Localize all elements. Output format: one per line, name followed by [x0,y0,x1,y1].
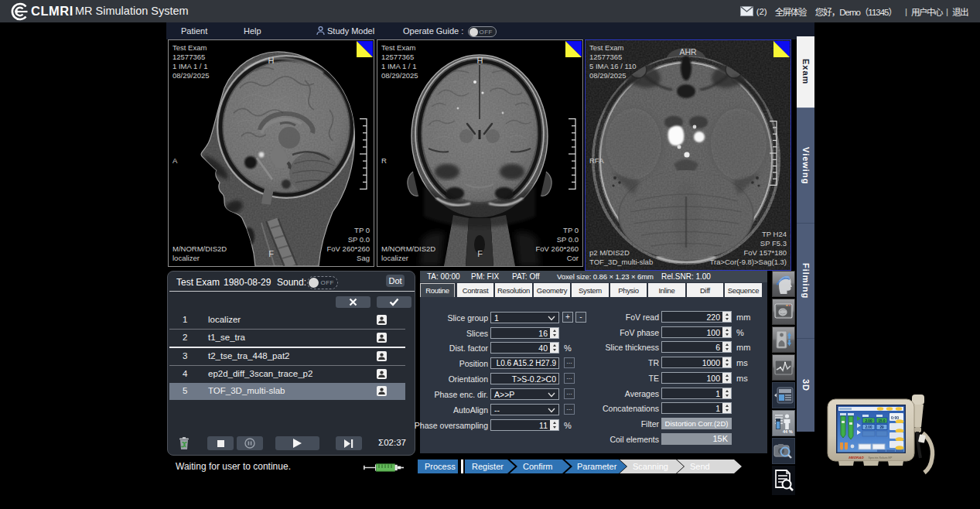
menu-study-model[interactable]: Study Model [327,26,374,36]
viewport-axial[interactable]: Test Exam 12577365 5 IMA 16 / 110 08/29/… [585,39,791,271]
image-search-button[interactable] [772,438,795,464]
spinner[interactable] [722,388,731,398]
sound-toggle[interactable]: OFF [307,276,338,289]
mail-icon[interactable] [740,6,753,16]
mail-count[interactable]: (2) [756,7,767,16]
logout-link[interactable]: 退出 [952,5,968,18]
position-more-button[interactable]: ... [564,357,575,368]
workflow-process[interactable]: Process [418,459,458,473]
spinner[interactable] [722,327,731,337]
operate-guide-toggle[interactable]: OFF [468,26,497,37]
confirm-button[interactable] [377,296,411,308]
viewport-sagittal[interactable]: Test Exam 12577365 1 IMA 1 / 1 08/29/202… [168,39,374,267]
sar-person-button[interactable]: 44 % [772,410,795,436]
menu-patient[interactable]: Patient [181,26,207,36]
phase-enc-more-button[interactable]: ... [564,388,575,399]
tab-geometry[interactable]: Geometry [534,283,570,297]
tab-viewing[interactable]: Viewing [797,108,814,223]
overlay-series-name: localizer [172,254,227,263]
orientation-left: A [172,156,177,166]
phase-oversampling-input[interactable]: 11 [490,419,559,431]
sequence-name: TOF_3D_multi-slab [208,386,285,395]
patient-card-icon [377,332,387,346]
document-search-button[interactable] [772,466,795,495]
workflow-parameter[interactable]: Parameter [565,459,627,473]
menu-help[interactable]: Help [244,26,261,36]
workflow-register[interactable]: Register [465,459,515,473]
coil-elements-field[interactable]: 15K [661,433,732,445]
concatenations-input[interactable]: 1 [661,402,732,414]
body-transfer-button[interactable] [772,326,795,353]
stop-button[interactable] [207,436,234,450]
play-button[interactable] [275,436,319,450]
slice-group-dropdown[interactable]: 1 [490,312,559,323]
field-label: Phase enc. dir. [420,390,488,399]
tab-routine[interactable]: Routine [420,283,455,297]
spinner[interactable] [722,357,731,367]
waveform-button[interactable] [772,354,795,381]
field-value: 220 [706,313,720,322]
position-input[interactable]: L0.6 A15.2 H27.9 [490,357,559,369]
orientation-left: RFA [589,156,603,166]
spinner[interactable] [550,420,558,430]
tr-input[interactable]: 1000 [661,357,732,368]
spinner[interactable] [550,343,558,353]
trash-icon[interactable] [178,436,190,453]
tab-exam[interactable]: Exam [797,36,814,108]
averages-input[interactable]: 1 [661,388,732,399]
tab-inline[interactable]: Inline [648,283,685,297]
fullscreen-link[interactable]: 全屏体验 [775,5,806,18]
tab-contrast[interactable]: Contrast [457,283,493,297]
injector-flow-value: 2.00 [866,419,872,423]
spinner[interactable] [722,342,731,352]
tab-3d[interactable]: 3D [797,338,814,432]
status-ta: TA: 00:00 [427,271,460,282]
spinner[interactable] [722,312,731,322]
tab-sequence[interactable]: Sequence [725,283,762,297]
pause-button[interactable] [237,436,263,450]
patient-card-icon [377,350,387,364]
head-coil-button[interactable] [772,271,795,297]
tab-label: Filming [797,224,814,338]
filter-button[interactable]: Distortion Corr.(2D) [661,418,732,429]
monitor-brain-button[interactable] [772,299,795,325]
sequence-row-5-selected[interactable]: 5 TOF_3D_multi-slab [169,383,405,400]
orientation-more-button[interactable]: ... [564,373,575,384]
spinner[interactable] [550,328,558,338]
fov-read-input[interactable]: 220 [661,311,732,323]
viewport-coronal[interactable]: Test Exam 12577365 1 IMA 1 / 1 08/29/202… [377,39,583,267]
tab-resolution[interactable]: Resolution [495,283,532,297]
cancel-button[interactable] [336,296,370,308]
dot-button[interactable]: Dot [386,275,405,287]
te-input[interactable]: 100 [661,372,732,384]
workflow-confirm[interactable]: Confirm [510,459,570,473]
sequence-row-4[interactable]: 4 ep2d_diff_3scan_trace_p2 [169,366,405,383]
spinner[interactable] [722,403,731,413]
spinner[interactable] [722,373,731,383]
sequence-row-1[interactable]: 1 localizer [169,312,405,329]
list-panel-button[interactable] [772,382,795,408]
status-message: Waiting for user to continue. [176,461,291,472]
dist-factor-input[interactable]: 40 [490,342,559,354]
add-slice-group-button[interactable]: + [562,312,573,323]
fov-phase-input[interactable]: 100 [661,326,732,338]
autoalign-more-button[interactable]: ... [564,404,575,415]
phase-enc-dir-dropdown[interactable]: A>>P [490,388,559,400]
orientation-input[interactable]: T>S-0.2>C0 [490,373,559,384]
skip-button[interactable] [336,436,362,450]
slices-input[interactable]: 16 [490,327,559,339]
workflow-send[interactable]: Send [677,459,742,473]
tab-system[interactable]: System [572,283,609,297]
sequence-row-3[interactable]: 3 t2_tse_tra_448_pat2 [169,348,405,365]
tab-physio[interactable]: Physio [610,283,647,297]
user-center-link[interactable]: 用户中心 [911,5,942,18]
workflow-scanning[interactable]: Scanning [620,459,684,473]
tab-filming[interactable]: Filming [797,223,814,338]
tab-diff[interactable]: Diff [687,283,723,297]
sequence-number: 1 [183,315,187,324]
injector-model: Spectris Solaris EP [869,456,893,459]
sequence-row-2[interactable]: 2 t1_se_tra [169,330,405,347]
orientation-top: AHR [586,47,790,56]
autoalign-dropdown[interactable]: -- [490,404,559,415]
slice-thickness-input[interactable]: 6 [661,341,732,353]
